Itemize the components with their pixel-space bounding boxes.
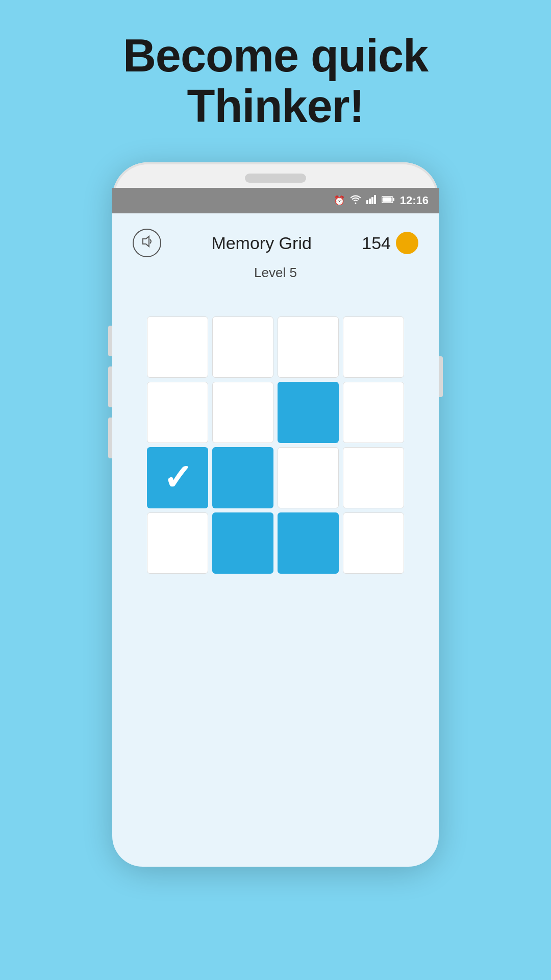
battery-icon [382,195,395,206]
headline-line2: Thinker! [123,81,428,132]
grid-cell[interactable] [343,382,404,443]
grid-cell[interactable] [343,316,404,378]
app-header: Memory Grid 154 [122,224,429,262]
headline: Become quick Thinker! [123,31,428,132]
grid-cell[interactable] [212,447,273,508]
checkmark-icon: ✓ [163,460,193,496]
phone-volume-silent [108,326,112,356]
grid-cell[interactable] [212,316,273,378]
app-title: Memory Grid [211,233,311,253]
coin-count: 154 [362,233,391,253]
alarm-icon: ⏰ [334,195,345,206]
coin-area: 154 [362,232,418,254]
level-label: Level 5 [254,265,297,281]
grid-cell[interactable] [147,512,208,574]
app-content: Memory Grid 154 Level 5 ✓ [112,213,439,867]
phone-mockup: ⏰ 12:16 [112,162,439,867]
grid-cell[interactable] [147,316,208,378]
coin-icon [396,232,418,254]
memory-grid: ✓ [147,316,404,574]
grid-cell[interactable] [278,316,339,378]
svg-rect-2 [371,197,373,204]
phone-speaker [245,174,306,183]
svg-rect-1 [369,199,371,204]
grid-cell[interactable] [278,512,339,574]
status-time: 12:16 [400,194,429,207]
headline-line1: Become quick [123,31,428,81]
svg-rect-0 [366,200,368,204]
grid-cell[interactable] [212,512,273,574]
svg-marker-7 [143,236,149,247]
grid-cell[interactable]: ✓ [147,447,208,508]
phone-power-button [439,356,443,397]
phone-volume-up [108,366,112,407]
svg-rect-6 [382,197,391,202]
grid-cell[interactable] [212,382,273,443]
svg-rect-5 [393,198,394,201]
grid-cell[interactable] [147,382,208,443]
signal-icon [366,195,377,207]
status-bar: ⏰ 12:16 [112,188,439,213]
grid-cell[interactable] [278,447,339,508]
wifi-icon [350,195,361,207]
grid-cell[interactable] [343,512,404,574]
grid-cell[interactable] [343,447,404,508]
sound-icon [140,234,154,252]
svg-rect-3 [374,195,376,204]
phone-volume-down [108,418,112,458]
sound-button[interactable] [133,229,161,257]
grid-cell[interactable] [278,382,339,443]
